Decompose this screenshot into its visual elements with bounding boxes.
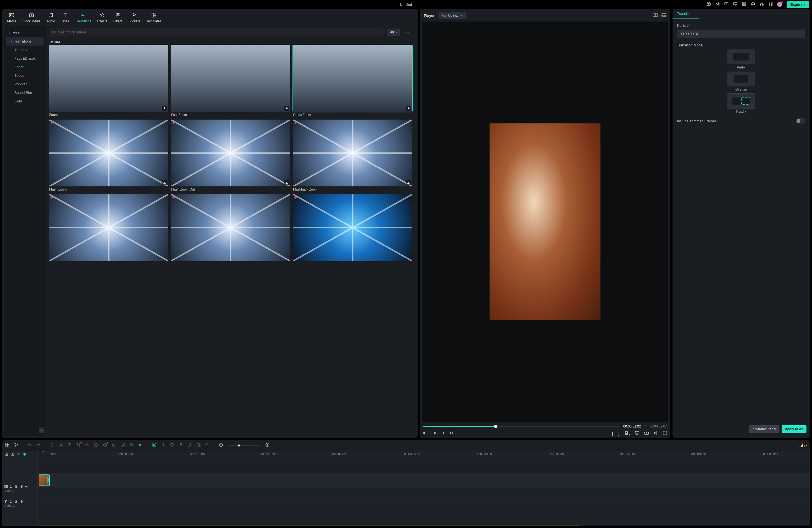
mic-button[interactable] bbox=[179, 443, 183, 448]
timeline-layout-button[interactable] bbox=[5, 443, 10, 448]
translate-button[interactable] bbox=[129, 443, 134, 448]
search-input[interactable] bbox=[58, 30, 382, 34]
volume-button[interactable] bbox=[654, 431, 658, 436]
magnet-button[interactable] bbox=[23, 452, 27, 457]
lock-icon[interactable] bbox=[14, 500, 17, 503]
download-icon[interactable] bbox=[162, 106, 167, 111]
transition-handle[interactable] bbox=[47, 476, 50, 485]
transition-thumb[interactable]: ◆ bbox=[49, 194, 168, 261]
tab-filters[interactable]: Filters bbox=[113, 12, 122, 23]
sidebar-item-trending[interactable]: Trending bbox=[6, 46, 44, 54]
gift-icon[interactable] bbox=[707, 2, 711, 7]
transition-thumb[interactable]: ◆ bbox=[293, 194, 412, 261]
apps-icon[interactable] bbox=[768, 2, 773, 7]
video-track-head[interactable]: 1 Video 1 bbox=[2, 481, 37, 496]
sidebar-transitions[interactable]: ▾Transitions bbox=[6, 37, 44, 46]
color-button[interactable] bbox=[94, 443, 98, 448]
keyframe-panel-button[interactable]: Keyframe Panel bbox=[749, 425, 779, 433]
frame-button[interactable] bbox=[205, 443, 209, 448]
save-icon[interactable] bbox=[742, 2, 746, 7]
group-button[interactable] bbox=[120, 443, 125, 448]
transition-card[interactable]: ◆Flash Zoom Out bbox=[171, 120, 290, 192]
zoom-slider[interactable] bbox=[228, 445, 261, 446]
apply-to-all-button[interactable]: Apply to All bbox=[782, 425, 807, 433]
user-avatar[interactable] bbox=[777, 2, 782, 7]
transition-card[interactable]: ◆ bbox=[171, 194, 290, 261]
help-icon[interactable] bbox=[759, 2, 764, 7]
enhance-button[interactable] bbox=[161, 443, 165, 448]
camera-button[interactable] bbox=[644, 431, 649, 436]
transition-thumb[interactable]: + bbox=[171, 45, 290, 112]
tab-audio[interactable]: Audio bbox=[47, 12, 55, 23]
quality-dropdown[interactable]: Full Quality▾ bbox=[439, 12, 466, 19]
mark-out-button[interactable]: } bbox=[618, 431, 620, 436]
redo-button[interactable] bbox=[36, 443, 41, 448]
crop-button[interactable] bbox=[76, 443, 81, 448]
search-input-wrap[interactable] bbox=[49, 28, 385, 36]
add-track-button[interactable] bbox=[4, 452, 8, 457]
split-button[interactable] bbox=[59, 443, 63, 448]
tab-stock-media[interactable]: Stock Media bbox=[23, 12, 41, 23]
download-icon[interactable] bbox=[406, 180, 411, 185]
timer-button[interactable] bbox=[112, 443, 116, 448]
transition-thumb[interactable]: + bbox=[293, 45, 412, 112]
timeline-canvas[interactable]: :00:0000:00:05:0000:00:10:0000:00:15:000… bbox=[38, 451, 810, 526]
audio-track-head[interactable]: 1 Audio 1 bbox=[2, 496, 37, 511]
prev-frame-button[interactable] bbox=[423, 431, 427, 436]
transition-card[interactable]: +Fast Zoom bbox=[171, 45, 290, 117]
inspector-tab-transitions[interactable]: Transitions bbox=[672, 9, 699, 19]
scrubber-knob[interactable] bbox=[494, 425, 497, 428]
text-tool-button[interactable] bbox=[68, 443, 72, 448]
download-icon[interactable] bbox=[284, 180, 289, 185]
video-track[interactable] bbox=[38, 473, 810, 488]
transition-thumb[interactable]: ◆ bbox=[171, 194, 290, 261]
duration-input[interactable]: 00:00:00:07 bbox=[677, 30, 806, 38]
collapse-sidebar-button[interactable]: ‹ bbox=[39, 427, 44, 433]
select-tool-button[interactable] bbox=[14, 443, 18, 448]
transition-card[interactable]: +Cross Zoom bbox=[293, 45, 412, 117]
timeline-ruler[interactable]: :00:0000:00:05:0000:00:10:0000:00:15:000… bbox=[38, 451, 810, 459]
zoom-out-button[interactable] bbox=[219, 443, 223, 448]
pause-button[interactable] bbox=[441, 431, 445, 436]
cloud-icon[interactable] bbox=[751, 2, 755, 7]
sidebar-mine[interactable]: ▸Mine bbox=[4, 28, 46, 37]
transition-thumb[interactable]: ◆ bbox=[293, 120, 412, 187]
add-icon[interactable]: + bbox=[406, 106, 411, 111]
transition-card[interactable]: Zoom bbox=[49, 45, 168, 117]
audio-track[interactable] bbox=[38, 488, 810, 503]
snapshot-icon[interactable] bbox=[662, 13, 666, 18]
mask-button[interactable] bbox=[85, 443, 89, 448]
transition-card[interactable]: ◆ bbox=[49, 194, 168, 261]
monitor-icon[interactable] bbox=[733, 2, 737, 7]
transition-thumb[interactable]: ◆ bbox=[171, 120, 290, 187]
compare-view-icon[interactable] bbox=[653, 13, 657, 18]
shield-button[interactable] bbox=[170, 443, 174, 448]
mode-prefix[interactable] bbox=[727, 49, 755, 64]
mute-icon[interactable] bbox=[19, 500, 23, 503]
fullscreen-button[interactable] bbox=[663, 431, 667, 436]
sidebar-item-slides[interactable]: Slides bbox=[6, 71, 44, 80]
audio-mixer-button[interactable]: ▾ bbox=[800, 443, 807, 448]
sidebar-item-popular[interactable]: Popular bbox=[6, 80, 44, 88]
marker-dropdown[interactable]: ▾ bbox=[624, 431, 630, 436]
music-button[interactable] bbox=[188, 443, 192, 448]
filter-all-dropdown[interactable]: All▾ bbox=[387, 29, 400, 35]
next-frame-button[interactable] bbox=[432, 431, 436, 436]
sidebar-item-zoom[interactable]: Zoom bbox=[6, 63, 44, 71]
link-tracks-button[interactable] bbox=[11, 452, 14, 457]
speed-button[interactable] bbox=[103, 443, 107, 448]
transition-thumb[interactable] bbox=[49, 45, 168, 112]
undo-button[interactable] bbox=[27, 443, 32, 448]
timeline-scrollbar[interactable] bbox=[38, 525, 810, 526]
sidebar-item-light[interactable]: Light bbox=[6, 97, 44, 105]
tab-media[interactable]: Media bbox=[7, 12, 16, 23]
tab-templates[interactable]: Templates bbox=[146, 12, 162, 23]
tab-transitions[interactable]: Transitions bbox=[75, 12, 91, 23]
ai-button[interactable] bbox=[151, 442, 157, 449]
announce-icon[interactable] bbox=[715, 2, 720, 7]
mode-overlap[interactable] bbox=[727, 72, 755, 86]
more-menu-button[interactable]: ••• bbox=[402, 29, 412, 35]
delete-button[interactable] bbox=[50, 443, 54, 448]
tab-effects[interactable]: Effects bbox=[97, 12, 107, 23]
device-button[interactable] bbox=[197, 443, 201, 448]
